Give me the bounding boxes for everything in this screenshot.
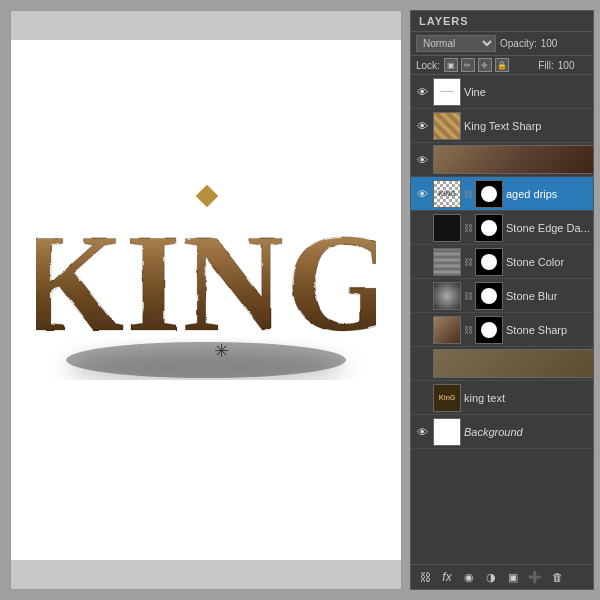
- fill-label: Fill:: [538, 60, 554, 71]
- layer-name: Stone Blur: [506, 290, 590, 302]
- eye-icon[interactable]: 👁: [414, 322, 430, 338]
- chain-icon: ⛓: [464, 223, 472, 233]
- eye-icon[interactable]: 👁: [414, 424, 430, 440]
- eye-hidden: 👁: [417, 324, 428, 336]
- layer-item[interactable]: 👁 Stone Bg: [411, 347, 593, 381]
- blend-mode-select[interactable]: Normal: [416, 35, 496, 52]
- new-layer-icon[interactable]: ➕: [527, 569, 543, 585]
- layer-item[interactable]: 👁 KinG king text: [411, 381, 593, 415]
- mask-icon[interactable]: ◉: [461, 569, 477, 585]
- delete-layer-icon[interactable]: 🗑: [549, 569, 565, 585]
- layer-thumbnail: [433, 248, 461, 276]
- chain-icon: ⛓: [464, 189, 472, 199]
- eye-icon[interactable]: 👁: [414, 390, 430, 406]
- lock-all-icon[interactable]: 🔒: [495, 58, 509, 72]
- layer-name: aged drips: [506, 188, 590, 200]
- layer-thumbnail: [433, 145, 593, 174]
- layer-item[interactable]: 👁 ⛓ Stone Color: [411, 245, 593, 279]
- layer-name: king text: [464, 392, 590, 404]
- chain-icon: ⛓: [464, 291, 472, 301]
- panel-bottom-toolbar: ⛓ fx ◉ ◑ ▣ ➕ 🗑: [411, 564, 593, 589]
- eye-visible: 👁: [417, 426, 428, 438]
- eye-icon[interactable]: 👁: [414, 84, 430, 100]
- app-container: KING KING ✳ LAYERS Normal Opacity: 100 L…: [0, 0, 600, 600]
- link-icon[interactable]: ⛓: [417, 569, 433, 585]
- opacity-value: 100: [541, 38, 571, 49]
- cursor-icon: ✳: [214, 340, 229, 362]
- lock-image-icon[interactable]: ✏: [461, 58, 475, 72]
- svg-text:KING: KING: [36, 205, 376, 360]
- eye-hidden: 👁: [417, 290, 428, 302]
- canvas-area[interactable]: KING KING ✳: [10, 10, 402, 590]
- eye-hidden: 👁: [417, 256, 428, 268]
- layer-name: Stone Edge Da...: [506, 222, 590, 234]
- layer-name: Stone Sharp: [506, 324, 590, 336]
- layers-list: 👁 ~~~ Vine 👁 King Text Sharp 👁: [411, 75, 593, 564]
- layers-panel: LAYERS Normal Opacity: 100 Lock: ▣ ✏ ✛ 🔒…: [410, 10, 594, 590]
- layer-thumbnail: [433, 282, 461, 310]
- panel-controls: Normal Opacity: 100: [411, 32, 593, 56]
- layer-name: Stone Color: [506, 256, 590, 268]
- layer-item-active[interactable]: 👁 KING ⛓ aged drips: [411, 177, 593, 211]
- layer-mask: [475, 248, 503, 276]
- layer-thumbnail: ~~~: [433, 78, 461, 106]
- layer-name: Background: [464, 426, 590, 438]
- layer-mask: [475, 282, 503, 310]
- eye-icon[interactable]: 👁: [414, 152, 430, 168]
- eye-icon[interactable]: 👁: [414, 118, 430, 134]
- eye-visible: 👁: [417, 86, 428, 98]
- layer-name: Vine: [464, 86, 590, 98]
- chain-icon: ⛓: [464, 325, 472, 335]
- fill-value: 100: [558, 60, 588, 71]
- eye-hidden: 👁: [417, 392, 428, 404]
- lock-position-icon[interactable]: ✛: [478, 58, 492, 72]
- layer-item[interactable]: 👁 ~~~ Vine: [411, 75, 593, 109]
- king-text-display: KING KING: [36, 180, 376, 380]
- layer-mask: [475, 316, 503, 344]
- layer-thumbnail: KinG: [433, 384, 461, 412]
- eye-visible: 👁: [417, 120, 428, 132]
- chain-icon: ⛓: [464, 257, 472, 267]
- canvas-inner: KING KING ✳: [11, 40, 401, 560]
- layer-thumbnail: [433, 214, 461, 242]
- layer-thumbnail: [433, 316, 461, 344]
- layer-mask: [475, 214, 503, 242]
- eye-visible: 👁: [417, 188, 428, 200]
- layer-thumbnail: [433, 112, 461, 140]
- layer-item[interactable]: 👁 ⛓ Stone Blur: [411, 279, 593, 313]
- layer-item[interactable]: 👁 ⛓ Stone Sharp: [411, 313, 593, 347]
- lock-label: Lock:: [416, 60, 440, 71]
- eye-hidden: 👁: [417, 222, 428, 234]
- eye-icon[interactable]: 👁: [414, 220, 430, 236]
- lock-transparent-icon[interactable]: ▣: [444, 58, 458, 72]
- layer-thumbnail: KING: [433, 180, 461, 208]
- layer-thumbnail: [433, 349, 593, 378]
- group-icon[interactable]: ▣: [505, 569, 521, 585]
- eye-hidden: 👁: [417, 358, 428, 370]
- eye-icon[interactable]: 👁: [414, 288, 430, 304]
- lock-icons: ▣ ✏ ✛ 🔒: [444, 58, 509, 72]
- fx-icon[interactable]: fx: [439, 569, 455, 585]
- layer-item-background[interactable]: 👁 Background: [411, 415, 593, 449]
- layer-item[interactable]: 👁 King Text Sharp: [411, 109, 593, 143]
- opacity-label: Opacity:: [500, 38, 537, 49]
- layer-item[interactable]: 👁 ⛓ King Stone ... f: [411, 143, 593, 177]
- eye-icon[interactable]: 👁: [414, 254, 430, 270]
- layer-mask: [475, 180, 503, 208]
- layer-thumbnail: [433, 418, 461, 446]
- adjustment-icon[interactable]: ◑: [483, 569, 499, 585]
- lock-fill-row: Lock: ▣ ✏ ✛ 🔒 Fill: 100: [411, 56, 593, 75]
- layer-name: King Text Sharp: [464, 120, 590, 132]
- eye-icon[interactable]: 👁: [414, 186, 430, 202]
- eye-icon[interactable]: 👁: [414, 356, 430, 372]
- layer-item[interactable]: 👁 ⛓ Stone Edge Da...: [411, 211, 593, 245]
- eye-visible: 👁: [417, 154, 428, 166]
- panel-title: LAYERS: [411, 11, 593, 32]
- svg-rect-2: [196, 185, 219, 208]
